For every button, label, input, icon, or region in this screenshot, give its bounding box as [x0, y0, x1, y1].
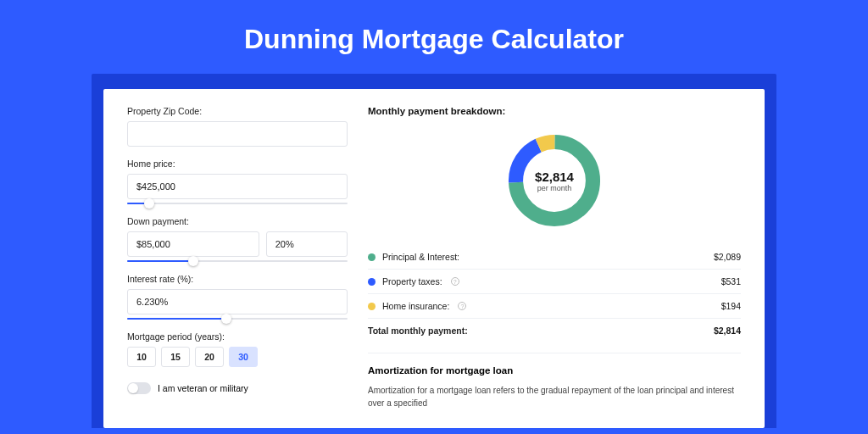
breakdown-title: Monthly payment breakdown:	[368, 106, 741, 116]
donut-amount: $2,814	[535, 170, 574, 184]
total-value: $2,814	[714, 326, 741, 336]
interest-slider[interactable]	[127, 318, 348, 320]
legend-label: Home insurance:	[382, 301, 449, 311]
zip-input[interactable]	[127, 121, 348, 147]
down-payment-field: Down payment:	[127, 216, 348, 262]
interest-input[interactable]	[127, 289, 348, 314]
dot-icon	[368, 278, 376, 286]
legend-value: $531	[721, 276, 741, 287]
calculator-card: Property Zip Code: Home price: Down paym…	[103, 89, 765, 428]
info-icon[interactable]: ?	[451, 277, 459, 286]
amortization-section: Amortization for mortgage loan Amortizat…	[368, 353, 741, 409]
period-label: Mortgage period (years):	[127, 331, 348, 342]
interest-field: Interest rate (%):	[127, 274, 348, 320]
down-payment-input[interactable]	[127, 231, 259, 257]
toggle-knob	[128, 383, 138, 393]
amort-text: Amortization for a mortgage loan refers …	[368, 384, 741, 409]
legend-label: Property taxes:	[382, 276, 442, 287]
slider-thumb[interactable]	[188, 256, 198, 266]
down-payment-slider[interactable]	[127, 260, 348, 262]
period-option-20[interactable]: 20	[195, 347, 224, 367]
legend-taxes: Property taxes: ? $531	[368, 269, 741, 293]
period-field: Mortgage period (years): 10 15 20 30	[127, 331, 348, 367]
down-payment-pct-input[interactable]	[266, 231, 348, 257]
down-payment-label: Down payment:	[127, 216, 348, 226]
form-panel: Property Zip Code: Home price: Down paym…	[127, 106, 348, 411]
period-option-30[interactable]: 30	[229, 347, 258, 367]
page-title: Dunning Mortgage Calculator	[0, 0, 868, 74]
donut-center: $2,814 per month	[504, 130, 605, 231]
zip-label: Property Zip Code:	[127, 106, 348, 116]
results-panel: Monthly payment breakdown: $2,814 per mo…	[368, 106, 741, 411]
total-label: Total monthly payment:	[368, 326, 468, 336]
interest-label: Interest rate (%):	[127, 274, 348, 284]
info-icon[interactable]: ?	[458, 302, 466, 310]
legend-label: Principal & Interest:	[382, 252, 459, 262]
donut-sub: per month	[537, 184, 572, 192]
donut-wrap: $2,814 per month	[368, 130, 741, 231]
legend-value: $194	[721, 301, 741, 311]
dot-icon	[368, 303, 376, 310]
slider-thumb[interactable]	[221, 314, 231, 324]
donut-chart: $2,814 per month	[504, 130, 605, 231]
home-price-slider[interactable]	[127, 203, 348, 204]
home-price-label: Home price:	[127, 159, 348, 169]
veteran-row: I am veteran or military	[127, 382, 348, 394]
zip-field: Property Zip Code:	[127, 106, 348, 147]
legend-insurance: Home insurance: ? $194	[368, 293, 741, 318]
legend-value: $2,089	[714, 252, 741, 262]
card-backdrop: Property Zip Code: Home price: Down paym…	[92, 74, 776, 428]
veteran-toggle[interactable]	[127, 382, 151, 394]
dot-icon	[368, 253, 376, 261]
period-options: 10 15 20 30	[127, 347, 348, 367]
home-price-input[interactable]	[127, 174, 348, 199]
slider-thumb[interactable]	[144, 198, 154, 209]
veteran-label: I am veteran or military	[158, 383, 248, 393]
legend-total: Total monthly payment: $2,814	[368, 318, 741, 342]
legend-principal: Principal & Interest: $2,089	[368, 245, 741, 269]
period-option-10[interactable]: 10	[127, 347, 156, 367]
home-price-field: Home price:	[127, 159, 348, 204]
period-option-15[interactable]: 15	[161, 347, 190, 367]
amort-title: Amortization for mortgage loan	[368, 365, 741, 376]
